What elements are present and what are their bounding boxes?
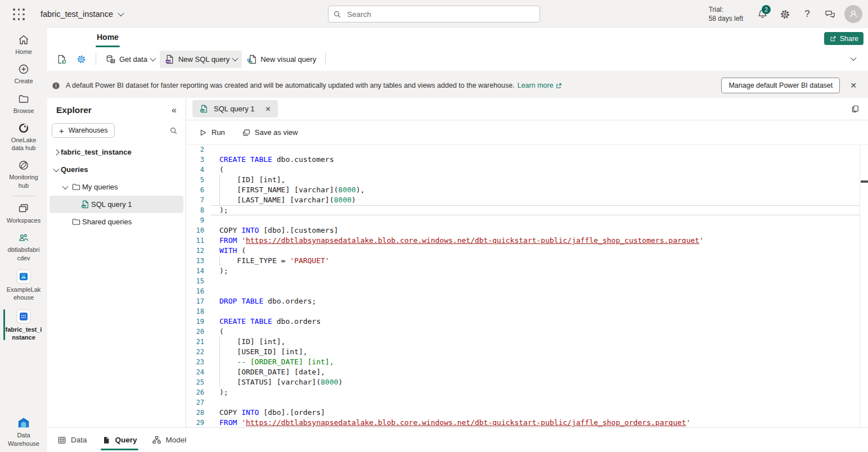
code-line-11[interactable]: 11FROM 'https://dbtlabsynapsedatalake.bl… [186, 236, 868, 246]
code-line-5[interactable]: 5 [ID] [int], [186, 175, 868, 185]
get-data-button[interactable]: Get data [101, 51, 160, 68]
svg-text:SQL: SQL [167, 60, 172, 63]
code-line-12[interactable]: 12WITH ( [186, 246, 868, 256]
line-content [204, 144, 219, 155]
banner-text: A default Power BI dataset for faster re… [66, 82, 515, 89]
code-line-10[interactable]: 10COPY INTO [dbo].[customers] [186, 225, 868, 236]
workspace-switcher[interactable]: fabric_test_instance [41, 0, 123, 28]
code-line-22[interactable]: 22 [USER_ID] [int], [186, 347, 868, 357]
monitoring-hub-icon [17, 159, 30, 171]
sidebar-item-label: Browse [14, 107, 34, 115]
sidebar-item-monitoring-hub[interactable]: Monitoringhub [0, 159, 47, 189]
app-launcher-icon[interactable] [12, 8, 26, 21]
sidebar-item-data-warehouse[interactable]: DataWarehouse [0, 416, 47, 448]
account-avatar[interactable] [844, 5, 862, 23]
tab-sql-query-1[interactable]: SQL SQL query 1 ✕ [192, 100, 278, 117]
code-line-25[interactable]: 25 [STATUS] [varchar](8000) [186, 377, 868, 387]
query-editor-area: SQL SQL query 1 ✕ Run Save as view 23CRE… [186, 98, 868, 427]
code-line-19[interactable]: 19CREATE TABLE dbo.orders [186, 317, 868, 327]
search-input[interactable] [346, 10, 535, 19]
warehouse-settings-button[interactable] [71, 51, 91, 68]
code-line-27[interactable]: 27 [186, 397, 868, 408]
code-line-21[interactable]: 21 [ID] [int], [186, 337, 868, 347]
code-line-23[interactable]: 23 -- [ORDER_DATE] [int], [186, 357, 868, 367]
learn-more-link[interactable]: Learn more [518, 82, 563, 89]
code-line-28[interactable]: 28COPY INTO [dbo].[orders] [186, 408, 868, 418]
code-line-6[interactable]: 6 [FIRST_NAME] [varchar](8000), [186, 185, 868, 195]
close-tab-button[interactable]: ✕ [266, 105, 271, 113]
close-banner-button[interactable]: ✕ [845, 79, 861, 92]
code-line-17[interactable]: 17DROP TABLE dbo.orders; [186, 296, 868, 306]
sidebar-item-onelake-data-hub[interactable]: OneLakedata hub [0, 122, 47, 152]
chevron-down-icon [150, 55, 156, 61]
tree-item-queries[interactable]: Queries [50, 161, 183, 178]
overview-ruler[interactable] [860, 144, 860, 427]
line-content: WITH ( [204, 246, 246, 256]
view-tab-query[interactable]: Query [102, 428, 137, 452]
code-line-2[interactable]: 2 [186, 144, 868, 155]
code-line-7[interactable]: 7 [LAST_NAME] [varchar](8000) [186, 195, 868, 205]
line-number: 26 [186, 387, 204, 397]
sidebar-item-label: Monitoringhub [9, 173, 38, 189]
code-line-18[interactable]: 18 [186, 306, 868, 317]
ribbon-tab-strip: Home Share [47, 28, 868, 47]
code-line-16[interactable]: 16 [186, 286, 868, 296]
share-button[interactable]: Share [824, 32, 863, 45]
notifications-button[interactable]: 2 [751, 3, 773, 25]
tree-item-my-queries[interactable]: My queries [50, 178, 183, 196]
tree-item-shared-queries[interactable]: Shared queries [50, 213, 183, 230]
search-box[interactable] [328, 6, 540, 22]
code-line-26[interactable]: 26); [186, 387, 868, 397]
new-visual-query-button[interactable]: New visual query [242, 51, 321, 68]
code-line-15[interactable]: 15 [186, 276, 868, 286]
code-line-24[interactable]: 24 [ORDER_DATE] [date], [186, 367, 868, 377]
code-line-8[interactable]: 8); [186, 205, 868, 215]
home-icon [17, 34, 30, 46]
collapse-explorer-button[interactable]: « [172, 105, 177, 115]
warehouses-button[interactable]: + Warehouses [52, 123, 115, 138]
document-refresh-icon [56, 54, 67, 65]
view-tab-data[interactable]: Data [57, 428, 87, 452]
code-line-20[interactable]: 20( [186, 327, 868, 337]
view-tab-model[interactable]: Model [152, 428, 187, 452]
line-content: COPY INTO [dbo].[customers] [204, 225, 338, 236]
code-line-9[interactable]: 9 [186, 215, 868, 225]
sidebar-item-home[interactable]: Home [0, 34, 47, 56]
code-line-4[interactable]: 4( [186, 165, 868, 175]
refresh-dataset-button[interactable] [52, 51, 71, 68]
sidebar-item-create[interactable]: Create [0, 63, 47, 85]
collapse-ribbon-button[interactable] [847, 53, 860, 64]
line-number: 28 [186, 408, 204, 418]
manage-default-dataset-button[interactable]: Manage default Power BI dataset [721, 78, 840, 93]
sidebar-item-fabric-test-instance[interactable]: fabric_test_instance [0, 309, 47, 342]
feedback-button[interactable] [818, 3, 841, 25]
tab-home[interactable]: Home [96, 28, 120, 47]
sidebar-item-examplelakehouse[interactable]: ExampleLakehouse [0, 269, 47, 302]
code-line-14[interactable]: 14); [186, 266, 868, 276]
info-icon [52, 82, 60, 90]
code-line-3[interactable]: 3CREATE TABLE dbo.customers [186, 155, 868, 165]
workspace-name: fabric_test_instance [41, 10, 113, 19]
copy-icon[interactable] [851, 103, 860, 113]
run-button[interactable]: Run [194, 125, 230, 141]
settings-button[interactable] [773, 3, 796, 25]
cursor-position-marker [861, 180, 868, 183]
sidebar-item-dbtlabsfabricdev[interactable]: dbtlabsfabricdev [0, 232, 47, 262]
new-sql-query-button[interactable]: SQL New SQL query [160, 51, 242, 68]
sidebar-item-workspaces[interactable]: Workspaces [0, 202, 47, 224]
line-content: [ID] [int], [204, 175, 285, 185]
tree-item-fabric-test-instance[interactable]: fabric_test_instance [50, 143, 183, 161]
explorer-search-icon[interactable] [169, 126, 178, 135]
line-content: CREATE TABLE dbo.orders [204, 317, 321, 327]
line-number: 25 [186, 377, 204, 387]
code-line-13[interactable]: 13 FILE_TYPE = 'PARQUET' [186, 256, 868, 266]
save-as-view-button[interactable]: Save as view [237, 125, 303, 141]
line-content: FILE_TYPE = 'PARQUET' [204, 256, 330, 266]
help-button[interactable]: ? [796, 3, 818, 25]
sql-editor[interactable]: 23CREATE TABLE dbo.customers4(5 [ID] [in… [186, 144, 868, 427]
sidebar-item-label: Workspaces [7, 216, 41, 224]
code-line-29[interactable]: 29FROM 'https://dbtlabsynapsedatalake.bl… [186, 418, 868, 427]
tree-item-sql-query-1[interactable]: SQLSQL query 1 [50, 196, 183, 213]
line-number: 15 [186, 276, 204, 286]
sidebar-item-browse[interactable]: Browse [0, 93, 47, 115]
